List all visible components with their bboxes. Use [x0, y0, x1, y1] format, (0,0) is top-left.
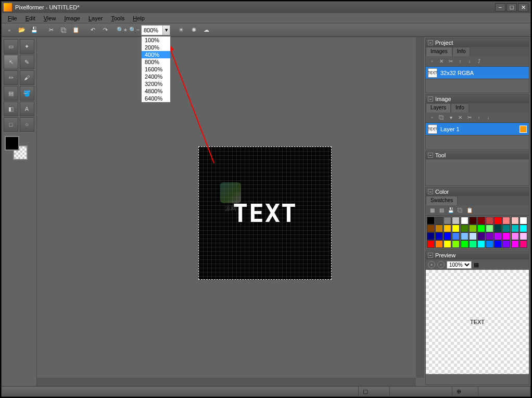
color-swatch[interactable] [494, 217, 502, 225]
proj-btn1[interactable]: ▫ [428, 57, 436, 66]
color-swatch[interactable] [477, 232, 485, 240]
color-swatch[interactable] [452, 232, 460, 240]
open-button[interactable]: 📂 [16, 24, 28, 36]
sw-grid[interactable]: ▦ [428, 206, 436, 215]
color-swatch[interactable] [469, 225, 477, 232]
menu-file[interactable]: File [4, 14, 21, 22]
zoom-option[interactable]: 1600% [142, 66, 170, 73]
color-swatch[interactable] [511, 225, 519, 232]
zoom-out-button[interactable]: 🔍− [129, 24, 140, 36]
preview-grid[interactable]: ▦ [474, 262, 479, 268]
effect3-button[interactable]: ☁ [200, 24, 212, 36]
undo-button[interactable]: ↶ [87, 24, 98, 36]
menu-layer[interactable]: Layer [84, 14, 107, 22]
color-swatch[interactable] [486, 217, 493, 225]
color-swatch[interactable] [520, 240, 527, 248]
zoom-option[interactable]: 3200% [142, 80, 170, 88]
color-swatch[interactable] [427, 217, 435, 225]
sw-copy[interactable]: ⿻ [456, 206, 464, 215]
copy-button[interactable]: ⿻ [58, 24, 69, 36]
color-swatch[interactable] [486, 240, 493, 248]
picker-tool[interactable]: ✎ [20, 55, 34, 69]
layer-dup[interactable]: ⿻ [437, 114, 446, 122]
proj-btn3[interactable]: ✂ [447, 57, 455, 66]
menu-help[interactable]: Help [129, 14, 149, 22]
gradient-tool[interactable]: ▤ [4, 86, 18, 101]
layer-item[interactable]: TEXT Layer 1 [426, 123, 529, 135]
preview-zoom-out[interactable]: − [437, 261, 445, 268]
color-swatch[interactable] [444, 240, 451, 248]
color-swatch[interactable] [469, 217, 477, 225]
menu-edit[interactable]: Edit [21, 14, 40, 22]
color-swatch[interactable] [444, 232, 451, 240]
color-swatch[interactable] [511, 217, 519, 225]
color-swatch[interactable] [444, 225, 451, 232]
menu-image[interactable]: Image [60, 14, 84, 22]
save-button[interactable]: 💾 [29, 24, 40, 36]
ellipse-tool[interactable]: ○ [20, 117, 34, 132]
marquee-tool[interactable]: ▭ [4, 39, 18, 54]
tab-swatches[interactable]: Swatches [426, 196, 458, 205]
color-swatch[interactable] [511, 232, 519, 240]
layer-visibility-toggle[interactable] [520, 126, 527, 133]
layer-merge[interactable]: ▾ [447, 114, 455, 122]
color-swatch[interactable] [444, 217, 451, 225]
color-swatch[interactable] [477, 217, 485, 225]
collapse-icon[interactable]: − [428, 153, 433, 158]
color-swatch[interactable] [461, 232, 468, 240]
color-swatch[interactable] [452, 217, 460, 225]
minimize-button[interactable]: − [495, 3, 505, 11]
color-swatch[interactable] [452, 240, 460, 248]
collapse-icon[interactable]: − [428, 253, 433, 258]
menu-tools[interactable]: Tools [107, 14, 129, 22]
color-swatch[interactable] [520, 217, 527, 225]
color-swatch[interactable] [494, 240, 502, 248]
proj-btn4[interactable]: ↑ [456, 57, 464, 66]
preview-zoom-in[interactable]: + [428, 261, 435, 268]
tab-info[interactable]: Info [452, 47, 471, 56]
color-swatch[interactable] [494, 225, 502, 232]
menu-view[interactable]: View [40, 14, 60, 22]
foreground-color-swatch[interactable] [5, 136, 19, 151]
color-swatch[interactable] [486, 232, 493, 240]
color-swatch[interactable] [427, 225, 435, 232]
collapse-icon[interactable]: − [428, 96, 433, 102]
rect-tool[interactable]: □ [4, 117, 18, 132]
color-swatch[interactable] [427, 240, 435, 248]
color-swatch[interactable] [435, 225, 443, 232]
redo-button[interactable]: ↷ [99, 24, 111, 36]
color-swatch[interactable] [502, 217, 510, 225]
layer-down[interactable]: ↓ [484, 114, 492, 122]
layer-new[interactable]: ▫ [428, 114, 436, 122]
eraser-tool[interactable]: ◧ [4, 102, 18, 116]
effect1-button[interactable]: ☀ [175, 24, 187, 36]
canvas[interactable]: TEXT [198, 146, 332, 280]
sw-paste[interactable]: 📋 [465, 206, 474, 215]
collapse-icon[interactable]: − [428, 189, 433, 194]
color-swatch[interactable] [502, 232, 510, 240]
maximize-button[interactable]: □ [506, 3, 517, 11]
color-swatch[interactable] [477, 225, 485, 232]
horizontal-scrollbar[interactable] [37, 378, 416, 386]
brush-tool[interactable]: 🖌 [20, 70, 34, 85]
color-swatch[interactable] [511, 240, 519, 248]
preview-zoom-select[interactable]: 100% [447, 261, 472, 269]
layer-cut[interactable]: ✂ [465, 114, 474, 122]
color-swatch[interactable] [461, 240, 468, 248]
move-tool[interactable]: ↖ [4, 55, 18, 69]
color-swatch[interactable] [427, 232, 435, 240]
zoom-option[interactable]: 100% [142, 36, 170, 44]
project-item[interactable]: TEXT 32x32 RGBA [426, 67, 529, 79]
zoom-input[interactable] [142, 27, 162, 33]
pencil-tool[interactable]: ✏ [4, 70, 18, 85]
zoom-option[interactable]: 6400% [142, 95, 170, 102]
tab-info[interactable]: Info [451, 103, 469, 113]
paste-button[interactable]: 📋 [70, 24, 82, 36]
color-swatch[interactable] [502, 240, 510, 248]
color-swatch[interactable] [452, 225, 460, 232]
cut-button[interactable]: ✂ [45, 24, 57, 36]
proj-btn6[interactable]: ⤴ [475, 57, 483, 66]
zoom-option[interactable]: 4800% [142, 88, 170, 95]
zoom-option[interactable]: 800% [142, 58, 170, 66]
tab-layers[interactable]: Layers [426, 103, 451, 113]
